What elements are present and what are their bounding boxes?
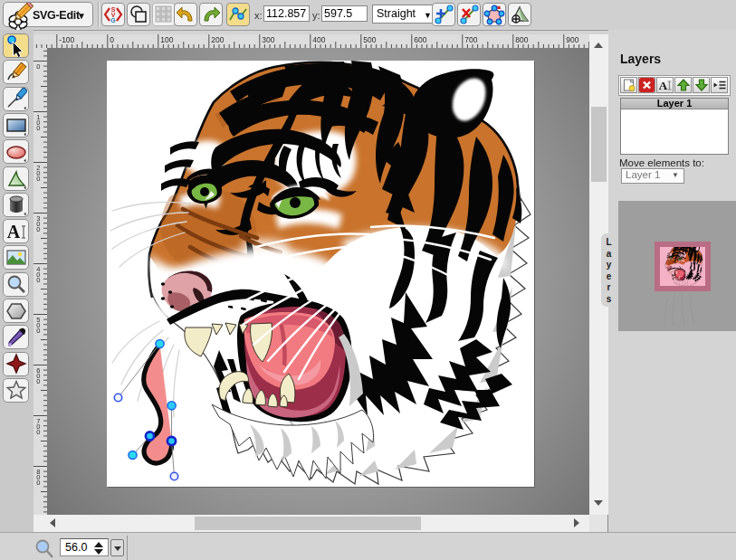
svg-text:0: 0 bbox=[36, 276, 40, 284]
svg-text:200: 200 bbox=[211, 35, 224, 44]
svg-text:900: 900 bbox=[566, 35, 578, 44]
svg-text:0: 0 bbox=[36, 428, 40, 436]
svg-text:0: 0 bbox=[36, 225, 40, 233]
svg-text:100: 100 bbox=[160, 35, 173, 44]
svg-text:500: 500 bbox=[363, 35, 376, 44]
svg-text:600: 600 bbox=[414, 35, 426, 44]
svg-text:800: 800 bbox=[515, 35, 528, 44]
svg-text:700: 700 bbox=[464, 35, 477, 44]
svg-text:0: 0 bbox=[36, 175, 40, 183]
svg-text:400: 400 bbox=[312, 35, 325, 44]
svg-text:G: G bbox=[110, 17, 116, 24]
svg-text:A: A bbox=[6, 222, 20, 242]
svg-text:0: 0 bbox=[36, 327, 40, 335]
svg-text:0: 0 bbox=[36, 62, 40, 71]
svg-text:300: 300 bbox=[262, 35, 274, 44]
svg-text:0: 0 bbox=[110, 35, 114, 44]
svg-text:0: 0 bbox=[36, 124, 40, 132]
svg-text:0: 0 bbox=[36, 377, 40, 385]
svg-text:-100: -100 bbox=[59, 35, 74, 44]
svg-text:0: 0 bbox=[36, 479, 40, 487]
svg-text:A: A bbox=[658, 79, 667, 92]
